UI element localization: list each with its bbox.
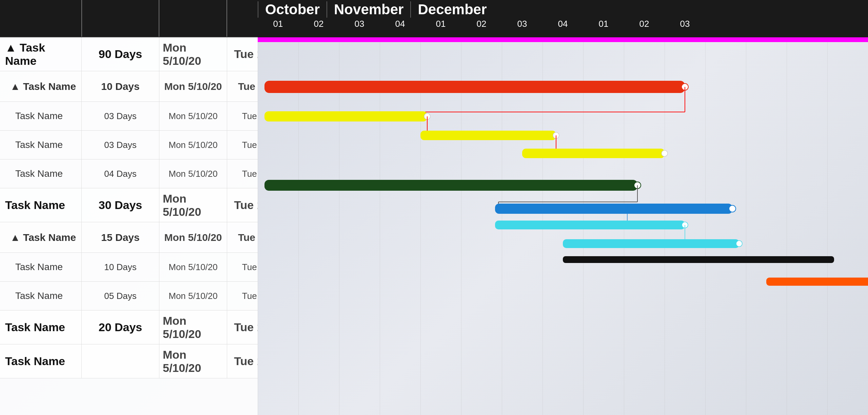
month-text-2: December (418, 1, 487, 18)
task-duration-cell-3: 03 Days (81, 131, 159, 159)
task-name-cell-0: ▲ Task Name (0, 37, 81, 71)
task-duration-cell-7: 10 Days (81, 253, 159, 281)
svg-rect-30 (766, 278, 868, 286)
task-start-text-1: Mon 5/10/20 (164, 81, 222, 92)
task-finish-cell-9: Tue 16/02/21 (227, 310, 258, 344)
task-name-cell-7: Task Name (0, 253, 81, 281)
task-finish-text-4: Tue 15/10/20 (242, 169, 258, 179)
svg-rect-0 (264, 81, 685, 93)
svg-point-20 (729, 205, 736, 212)
svg-point-28 (736, 241, 742, 247)
task-row-7: Task Name 10 Days Mon 5/10/20 Tue 16/02/… (0, 253, 258, 282)
task-start-cell-1: Mon 5/10/20 (159, 71, 227, 101)
task-name-cell-6: ▲ Task Name (0, 222, 81, 252)
week-num-0-3: 04 (380, 19, 420, 29)
svg-rect-12 (522, 149, 665, 158)
task-duration-text-9: 20 Days (99, 321, 142, 334)
task-name-text-10: Task Name (5, 355, 65, 368)
task-name-text-0: ▲ Task Name (5, 41, 78, 68)
task-row-8: Task Name 05 Days Mon 5/10/20 Tue 16/02/… (0, 282, 258, 310)
task-finish-cell-1: Tue 15/10/20 (227, 71, 258, 101)
task-name-cell-2: Task Name (0, 102, 81, 130)
task-duration-cell-10 (81, 344, 159, 378)
week-num-1-1: 02 (461, 19, 502, 29)
task-duration-cell-1: 10 Days (81, 71, 159, 101)
task-start-cell-9: Mon 5/10/20 (159, 310, 227, 344)
task-duration-text-6: 15 Days (101, 232, 139, 243)
task-start-cell-8: Mon 5/10/20 (159, 282, 227, 310)
task-finish-text-5: Tue 16/02/21 (234, 199, 258, 212)
task-name-text-8: Task Name (15, 290, 63, 301)
task-name-text-2: Task Name (15, 111, 63, 121)
task-start-text-6: Mon 5/10/20 (164, 232, 222, 243)
task-start-text-5: Mon 5/10/20 (163, 192, 223, 219)
task-panel: ▲ Task Name 90 Days Mon 5/10/20 Tue 16/0… (0, 0, 258, 415)
gantt-panel: OctoberNovemberDecember 0102030401020304… (258, 0, 868, 415)
task-finish-text-9: Tue 16/02/21 (234, 321, 258, 334)
task-duration-cell-2: 03 Days (81, 102, 159, 130)
task-duration-text-1: 10 Days (101, 81, 139, 92)
task-row-2: Task Name 03 Days Mon 5/10/20 Tue 15/10/… (0, 102, 258, 131)
week-num-0-2: 03 (339, 19, 380, 29)
gantt-svg (258, 37, 868, 415)
gantt-container: ▲ Task Name 90 Days Mon 5/10/20 Tue 16/0… (0, 0, 868, 415)
task-name-cell-3: Task Name (0, 131, 81, 159)
task-name-cell-4: Task Name (0, 159, 81, 188)
task-start-text-8: Mon 5/10/20 (169, 291, 218, 301)
task-start-cell-2: Mon 5/10/20 (159, 102, 227, 130)
task-finish-text-10: Tue 16/02/21 (234, 355, 258, 368)
task-row-1: ▲ Task Name 10 Days Mon 5/10/20 Tue 15/1… (0, 71, 258, 102)
task-finish-cell-2: Tue 15/10/20 (227, 102, 258, 130)
task-finish-text-3: Tue 15/10/20 (242, 140, 258, 150)
task-duration-text-5: 30 Days (99, 199, 142, 212)
svg-rect-19 (495, 204, 732, 214)
svg-rect-8 (420, 131, 556, 140)
task-duration-text-2: 03 Days (104, 111, 136, 121)
month-text-1: November (334, 1, 403, 18)
task-name-text-3: Task Name (15, 139, 63, 150)
task-start-text-10: Mon 5/10/20 (163, 348, 223, 375)
task-duration-text-3: 03 Days (104, 140, 136, 150)
task-duration-cell-8: 05 Days (81, 282, 159, 310)
task-finish-cell-6: Tue 16/02/21 (227, 222, 258, 252)
task-start-cell-6: Mon 5/10/20 (159, 222, 227, 252)
magenta-progress-bar (258, 37, 868, 42)
week-num-1-3: 04 (542, 19, 583, 29)
task-finish-text-7: Tue 16/02/21 (242, 262, 258, 272)
week-num-2-2: 03 (665, 19, 705, 29)
task-finish-text-6: Tue 16/02/21 (238, 232, 258, 243)
task-start-cell-7: Mon 5/10/20 (159, 253, 227, 281)
task-duration-text-0: 90 Days (99, 48, 142, 61)
task-duration-cell-4: 04 Days (81, 159, 159, 188)
week-num-2-0: 01 (583, 19, 624, 29)
task-finish-cell-0: Tue 16/02/21 (227, 37, 258, 71)
task-duration-text-4: 04 Days (104, 169, 136, 179)
task-finish-cell-5: Tue 16/02/21 (227, 188, 258, 222)
svg-point-13 (662, 150, 668, 156)
svg-rect-23 (495, 221, 685, 229)
gantt-body (258, 37, 868, 415)
task-start-text-7: Mon 5/10/20 (169, 262, 218, 272)
task-name-cell-9: Task Name (0, 310, 81, 344)
task-row-9: Task Name 20 Days Mon 5/10/20 Tue 16/02/… (0, 310, 258, 344)
task-finish-text-1: Tue 15/10/20 (238, 81, 258, 92)
svg-rect-27 (563, 239, 739, 248)
header-duration (81, 0, 159, 37)
task-start-text-0: Mon 5/10/20 (163, 41, 223, 68)
task-name-cell-10: Task Name (0, 344, 81, 378)
task-name-text-7: Task Name (15, 262, 63, 272)
month-label-2: December (410, 1, 493, 18)
task-start-text-9: Mon 5/10/20 (163, 314, 223, 341)
task-finish-cell-10: Tue 16/02/21 (227, 344, 258, 378)
task-row-6: ▲ Task Name 15 Days Mon 5/10/20 Tue 16/0… (0, 222, 258, 253)
task-name-text-6: ▲ Task Name (10, 232, 76, 243)
task-start-cell-10: Mon 5/10/20 (159, 344, 227, 378)
task-name-cell-1: ▲ Task Name (0, 71, 81, 101)
task-name-text-5: Task Name (5, 199, 65, 212)
task-finish-text-2: Tue 15/10/20 (242, 111, 258, 121)
week-num-1-0: 01 (420, 19, 461, 29)
task-start-text-3: Mon 5/10/20 (169, 140, 218, 150)
svg-rect-4 (264, 111, 427, 121)
task-row-10: Task Name Mon 5/10/20 Tue 16/02/21 (0, 344, 258, 378)
task-finish-cell-8: Tue 16/02/21 (227, 282, 258, 310)
